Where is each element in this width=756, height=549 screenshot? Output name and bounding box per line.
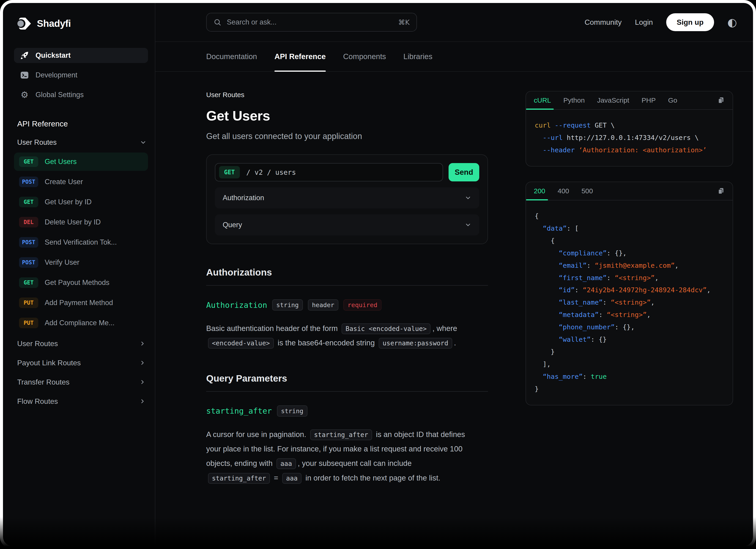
lang-tab-go[interactable]: Go <box>668 91 677 109</box>
search-input[interactable]: Search or ask... ⌘K <box>206 13 417 32</box>
sidebar-group-payout-link-routes[interactable]: Payout Link Routes <box>14 353 148 372</box>
tab-components[interactable]: Components <box>343 42 386 71</box>
sidebar-item-delete-user-by-id[interactable]: DEL Delete User by ID <box>14 213 148 231</box>
brand[interactable]: Shadyfi <box>17 16 148 31</box>
copy-icon[interactable] <box>717 91 725 109</box>
route-group-label: Flow Routes <box>17 397 58 406</box>
param-name: Authorization <box>206 300 267 310</box>
code-line: curl --request GET \ <box>535 119 724 132</box>
method-badge: GET <box>19 277 38 288</box>
breadcrumb: User Routes <box>206 91 488 99</box>
code-line: “has_more”: true <box>535 371 724 383</box>
brand-name: Shadyfi <box>37 18 71 29</box>
rocket-icon <box>19 50 30 60</box>
status-tab-200[interactable]: 200 <box>534 182 545 200</box>
main-area: Search or ask... ⌘K Community Login Sign… <box>155 3 753 546</box>
send-button[interactable]: Send <box>449 163 479 181</box>
page-subtitle: Get all users connected to your applicat… <box>206 131 488 141</box>
language-tabs: cURLPythonJavaScriptPHPGo <box>526 91 733 110</box>
sidebar-item-send-verification-tok[interactable]: POST Send Verification Tok... <box>14 233 148 251</box>
sidebar-item-add-compliance-me[interactable]: PUT Add Compliance Me... <box>14 314 148 332</box>
sidebar-item-global-settings[interactable]: ⚙ Global Settings <box>14 87 148 102</box>
endpoint-label: Verify User <box>45 258 79 267</box>
inline-code-chip: Basic <encoded-value> <box>342 323 430 334</box>
tab-libraries[interactable]: Libraries <box>403 42 433 71</box>
inline-code-chip: <encoded-value> <box>208 338 274 349</box>
endpoint-label: Get User by ID <box>45 198 92 206</box>
query-dropdown[interactable]: Query <box>215 214 479 235</box>
endpoint-label: Add Compliance Me... <box>45 319 115 327</box>
page-title: Get Users <box>206 108 488 124</box>
param-description: Basic authentication header of the form … <box>206 321 474 350</box>
search-shortcut: ⌘K <box>398 18 410 26</box>
sidebar-item-label: Development <box>36 71 77 79</box>
endpoint-label: Create User <box>45 178 83 186</box>
required-chip: required <box>343 299 381 311</box>
tab-documentation[interactable]: Documentation <box>206 42 257 71</box>
sidebar-item-get-user-by-id[interactable]: GET Get User by ID <box>14 193 148 211</box>
lang-tab-python[interactable]: Python <box>563 91 585 109</box>
sidebar-item-quickstart[interactable]: Quickstart <box>14 48 148 63</box>
inline-code-chip: starting_after <box>310 429 372 440</box>
login-link[interactable]: Login <box>635 18 653 27</box>
authorization-dropdown[interactable]: Authorization <box>215 187 479 208</box>
sidebar-endpoint-list: GET Get Users POST Create User GET Get U… <box>14 153 148 332</box>
lang-tab-javascript[interactable]: JavaScript <box>597 91 629 109</box>
brand-logo-icon <box>17 16 32 31</box>
method-badge: PUT <box>19 298 38 308</box>
search-placeholder: Search or ask... <box>227 18 277 26</box>
sidebar-group-transfer-routes[interactable]: Transfer Routes <box>14 372 148 392</box>
signup-button[interactable]: Sign up <box>666 13 714 31</box>
code-sample: curl --request GET \ --url http://127.0.… <box>526 110 733 166</box>
endpoint-label: Get Payout Methods <box>45 279 110 287</box>
code-line: “phone_number”: {}, <box>535 321 724 333</box>
request-url-bar[interactable]: GET / v2 / users <box>215 163 443 181</box>
method-badge: POST <box>19 257 38 268</box>
chevron-down-icon <box>465 221 471 228</box>
page-content: User Routes Get Users Get all users conn… <box>155 72 753 546</box>
code-line: { <box>535 210 724 222</box>
code-line: ], <box>535 358 724 371</box>
copy-icon[interactable] <box>717 182 725 200</box>
section-heading: Query Parameters <box>206 373 488 384</box>
doc-column: User Routes Get Users Get all users conn… <box>206 91 488 546</box>
sidebar-route-groups: User Routes Payout Link Routes Transfer … <box>14 334 148 411</box>
authorizations-section: Authorizations Authorization string head… <box>206 267 488 350</box>
authorization-dropdown-label: Authorization <box>223 194 264 202</box>
lang-tab-curl[interactable]: cURL <box>534 91 551 109</box>
sidebar-item-development[interactable]: Development <box>14 68 148 83</box>
sidebar: Shadyfi Quickstart <box>3 3 155 546</box>
status-tab-400[interactable]: 400 <box>558 182 569 200</box>
type-chip: string <box>277 405 308 417</box>
sidebar-item-create-user[interactable]: POST Create User <box>14 173 148 191</box>
search-icon <box>214 18 221 26</box>
code-line: “email”: “jsmith@example.com”, <box>535 259 724 272</box>
endpoint-label: Add Payment Method <box>45 299 113 307</box>
method-badge: GET <box>19 197 38 207</box>
gear-icon: ⚙ <box>19 90 30 100</box>
sidebar-item-add-payment-method[interactable]: PUT Add Payment Method <box>14 294 148 312</box>
status-tabs: 200400500 <box>526 182 733 200</box>
code-line: “metadata”: “<string>”, <box>535 309 724 321</box>
response-json: { “data”: [ { “compliance”: {}, “email”:… <box>526 200 733 405</box>
code-line: } <box>535 346 724 358</box>
tab-api-reference[interactable]: API Reference <box>274 42 326 71</box>
lang-tab-php[interactable]: PHP <box>641 91 656 109</box>
code-line: “last_name”: “<string>”, <box>535 296 724 309</box>
request-path: / v2 / users <box>246 168 296 176</box>
sidebar-item-verify-user[interactable]: POST Verify User <box>14 253 148 272</box>
param-description: A cursor for use in pagination. starting… <box>206 427 474 485</box>
sidebar-group-flow-routes[interactable]: Flow Routes <box>14 392 148 411</box>
type-chip: string <box>272 299 303 311</box>
endpoint-label: Delete User by ID <box>45 218 101 226</box>
status-tab-500[interactable]: 500 <box>581 182 593 200</box>
code-line: “first_name”: “<string>”, <box>535 272 724 284</box>
chevron-down-icon <box>465 194 471 201</box>
theme-toggle-icon[interactable]: ◐ <box>727 17 737 28</box>
sidebar-item-get-users[interactable]: GET Get Users <box>14 153 148 171</box>
sidebar-group-user-routes[interactable]: User Routes <box>14 334 148 353</box>
sidebar-group-user-routes[interactable]: User Routes <box>17 138 147 147</box>
community-link[interactable]: Community <box>585 18 622 27</box>
method-badge: POST <box>19 237 38 248</box>
sidebar-item-get-payout-methods[interactable]: GET Get Payout Methods <box>14 273 148 292</box>
